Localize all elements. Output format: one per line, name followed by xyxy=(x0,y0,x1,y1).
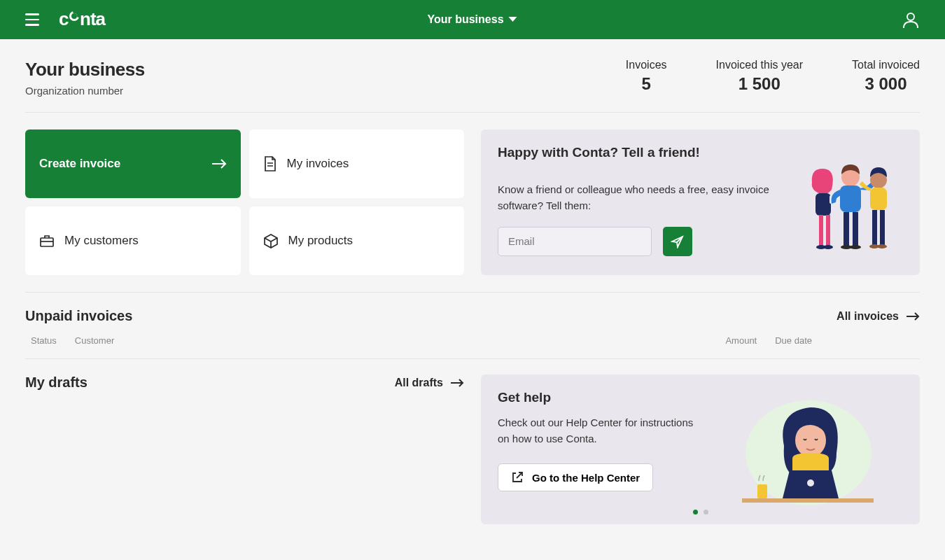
org-number-label: Organization number xyxy=(25,85,145,97)
stat-value: 1 500 xyxy=(716,74,804,94)
help-center-button[interactable]: Go to the Help Center xyxy=(498,463,653,491)
profile-icon[interactable] xyxy=(902,10,920,29)
refer-send-button[interactable] xyxy=(663,227,692,256)
all-invoices-link[interactable]: All invoices xyxy=(836,310,920,323)
box-icon xyxy=(263,233,279,248)
svg-rect-4 xyxy=(41,238,53,246)
business-title: Your business xyxy=(25,59,145,80)
arrow-right-icon xyxy=(450,378,464,388)
refer-illustration xyxy=(798,145,903,260)
card-label: My invoices xyxy=(287,157,349,171)
svg-point-3 xyxy=(907,13,914,20)
col-amount: Amount xyxy=(725,335,757,346)
svg-text:c: c xyxy=(59,10,69,29)
stat-label: Invoices xyxy=(626,59,667,71)
create-invoice-button[interactable]: Create invoice xyxy=(25,130,241,198)
carousel-dot-2[interactable] xyxy=(704,510,708,514)
col-due: Due date xyxy=(775,335,812,346)
help-card: Get help Check out our Help Center for i… xyxy=(481,374,920,524)
stat-invoiced-year: Invoiced this year 1 500 xyxy=(716,59,804,94)
refer-friend-card: Happy with Conta? Tell a friend! Know a … xyxy=(481,130,920,275)
stat-value: 3 000 xyxy=(852,74,920,94)
stat-invoices: Invoices 5 xyxy=(626,59,667,94)
stat-label: Total invoiced xyxy=(852,59,920,71)
unpaid-table-header: Status Customer Amount Due date xyxy=(25,324,920,359)
refer-email-input[interactable] xyxy=(498,227,652,256)
svg-rect-8 xyxy=(826,215,830,246)
card-label: My customers xyxy=(64,234,139,248)
menu-icon[interactable] xyxy=(25,10,45,29)
card-label: Create invoice xyxy=(39,157,120,171)
stat-total-invoiced: Total invoiced 3 000 xyxy=(852,59,920,94)
business-selector[interactable]: Your business xyxy=(427,13,517,26)
svg-rect-13 xyxy=(840,186,861,212)
col-customer: Customer xyxy=(75,335,114,346)
button-label: Go to the Help Center xyxy=(532,472,640,484)
drafts-title: My drafts xyxy=(25,374,88,391)
help-title: Get help xyxy=(498,390,694,405)
help-body: Check out our Help Center for instructio… xyxy=(498,415,694,447)
top-navbar: c nta Your business xyxy=(0,0,945,39)
my-products-button[interactable]: My products xyxy=(249,206,465,275)
carousel-dot-1[interactable] xyxy=(693,510,698,514)
link-label: All invoices xyxy=(836,310,899,323)
link-label: All drafts xyxy=(395,377,443,389)
business-selector-label: Your business xyxy=(427,13,503,26)
svg-rect-27 xyxy=(742,498,874,503)
page-header: Your business Organization number Invoic… xyxy=(25,39,920,113)
svg-rect-7 xyxy=(819,215,823,246)
svg-rect-20 xyxy=(872,210,877,245)
external-link-icon xyxy=(511,471,524,484)
arrow-right-icon xyxy=(906,312,920,321)
svg-rect-15 xyxy=(853,212,858,246)
svg-rect-28 xyxy=(757,484,767,498)
svg-point-23 xyxy=(877,244,887,248)
svg-point-10 xyxy=(823,245,833,249)
unpaid-title: Unpaid invoices xyxy=(25,308,132,324)
svg-point-26 xyxy=(807,479,814,486)
svg-rect-19 xyxy=(870,188,887,210)
refer-body: Know a friend or colleague who needs a f… xyxy=(498,181,784,214)
carousel-dots[interactable] xyxy=(693,510,708,514)
svg-rect-6 xyxy=(816,193,831,216)
svg-text:nta: nta xyxy=(80,10,106,29)
chevron-down-icon xyxy=(508,16,518,23)
svg-rect-21 xyxy=(880,210,885,245)
svg-rect-14 xyxy=(844,212,849,246)
col-status: Status xyxy=(31,335,57,346)
unpaid-invoices-header: Unpaid invoices All invoices xyxy=(25,293,920,324)
refer-title: Happy with Conta? Tell a friend! xyxy=(498,145,784,160)
conta-logo[interactable]: c nta xyxy=(59,10,129,29)
my-invoices-button[interactable]: My invoices xyxy=(249,130,465,198)
send-icon xyxy=(671,234,685,248)
my-customers-button[interactable]: My customers xyxy=(25,206,241,275)
card-label: My products xyxy=(288,234,354,248)
arrow-right-icon xyxy=(211,158,227,169)
drafts-header: My drafts All drafts xyxy=(25,374,464,391)
stat-label: Invoiced this year xyxy=(716,59,804,71)
svg-point-17 xyxy=(850,245,861,249)
help-illustration xyxy=(708,390,904,509)
all-drafts-link[interactable]: All drafts xyxy=(395,377,464,389)
briefcase-icon xyxy=(39,234,55,248)
document-icon xyxy=(263,156,277,172)
stat-value: 5 xyxy=(626,74,667,94)
